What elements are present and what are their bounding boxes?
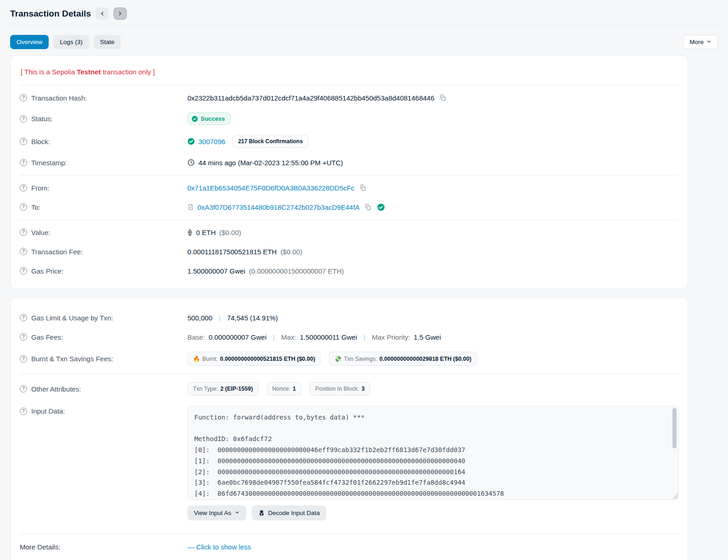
burnt-fees-label: Burnt & Txn Savings Fees: (31, 355, 113, 363)
gas-limit-row: Gas Limit & Usage by Txn: 500,000 | 74,5… (20, 308, 678, 327)
burnt-label: Burnt: (203, 356, 218, 362)
help-icon[interactable] (20, 267, 27, 274)
gas-limit-label: Gas Limit & Usage by Txn: (31, 314, 113, 322)
details-card: Gas Limit & Usage by Txn: 500,000 | 74,5… (10, 297, 688, 560)
to-label: To: (31, 203, 40, 211)
verified-check-icon (377, 203, 385, 211)
position-in-block-value: 3 (361, 386, 365, 392)
page-title: Transaction Details (10, 9, 91, 19)
divider (20, 175, 678, 175)
from-address-link[interactable]: 0x71a1Eb6534054E75F0D6fD0A3B0A336228DD5c… (187, 184, 355, 192)
nonce-label: Nonce: (272, 386, 291, 392)
status-label: Status: (31, 115, 53, 123)
separator: | (361, 333, 368, 341)
copy-icon[interactable] (364, 203, 372, 211)
help-icon[interactable] (20, 159, 27, 166)
help-icon[interactable] (20, 248, 27, 255)
copy-icon[interactable] (439, 94, 446, 101)
txn-type-badge: Txn Type: 2 (EIP-1559) (187, 382, 259, 396)
divider (20, 85, 678, 85)
chevron-right-icon (117, 11, 123, 17)
help-icon[interactable] (20, 184, 27, 191)
timestamp-label: Timestamp: (31, 159, 67, 167)
burnt-badge: 🔥 Burnt: 0.000000000000521815 ETH ($0.00… (187, 352, 321, 366)
input-data-label: Input Data: (31, 407, 65, 415)
gas-price-row: Gas Price: 1.500000007 Gwei (0.000000001… (20, 261, 678, 280)
testnet-warning-bold: Testnet (77, 68, 101, 76)
block-number-link[interactable]: 3007096 (198, 138, 225, 146)
help-icon[interactable] (20, 94, 27, 101)
other-attributes-row: Other Attributes: Txn Type: 2 (EIP-1559)… (20, 377, 678, 401)
txn-savings-value: 0.00000000000029818 ETH ($0.00) (379, 356, 471, 362)
help-icon[interactable] (20, 115, 27, 123)
position-in-block-label: Position In Block: (315, 386, 359, 392)
help-icon[interactable] (20, 408, 27, 415)
chevron-down-icon (706, 39, 711, 45)
tab-list: Overview Logs (3) State (10, 35, 121, 49)
tabs-row: Overview Logs (3) State More (0, 26, 728, 56)
max-priority-fee-value: 1.5 Gwei (414, 333, 441, 341)
testnet-warning: [ This is a Sepolia Testnet transaction … (20, 64, 678, 82)
divider (20, 374, 678, 374)
txn-savings-label: Txn Savings: (344, 356, 377, 362)
help-icon[interactable] (20, 385, 27, 392)
from-row: From: 0x71a1Eb6534054E75F0D6fD0A3B0A3362… (20, 178, 678, 197)
help-icon[interactable] (20, 333, 27, 341)
value-usd: ($0.00) (220, 229, 242, 236)
clock-icon (187, 159, 195, 166)
max-fee-label: Max: (281, 333, 296, 341)
copy-icon[interactable] (359, 184, 367, 191)
input-data-row: Input Data: Function: forward(address to… (20, 401, 678, 526)
check-circle-icon (192, 116, 198, 122)
chevron-left-icon (99, 11, 105, 17)
previous-transaction-button[interactable] (96, 7, 109, 20)
resize-handle-icon[interactable] (672, 493, 678, 499)
gas-price-label: Gas Price: (31, 267, 63, 275)
view-input-as-button[interactable]: View Input As (187, 505, 246, 521)
money-wings-icon: 💸 (334, 355, 342, 362)
max-priority-fee-label: Max Priority: (372, 333, 410, 341)
gas-limit-value: 500,000 (187, 314, 212, 322)
to-address-link[interactable]: 0xA3f07D6773514480b918C2742b027b3acD9E44… (198, 203, 360, 211)
check-circle-icon (187, 138, 195, 145)
tab-state[interactable]: State (94, 35, 121, 49)
transaction-fee-label: Transaction Fee: (31, 248, 83, 256)
base-fee-label: Base: (187, 333, 205, 341)
scrollbar-thumb[interactable] (672, 408, 677, 448)
txn-savings-badge: 💸 Txn Savings: 0.00000000000029818 ETH (… (329, 352, 477, 366)
help-icon[interactable] (20, 138, 27, 145)
tab-overview[interactable]: Overview (10, 35, 49, 49)
next-transaction-button[interactable] (113, 7, 127, 20)
help-icon[interactable] (20, 229, 27, 236)
eth-diamond-icon (187, 229, 192, 236)
help-icon[interactable] (20, 203, 27, 211)
view-input-as-label: View Input As (194, 510, 231, 516)
transaction-hash-value: 0x2322b311adcb5da737d012cdcf71a4a29f4068… (187, 94, 435, 102)
txn-type-value: 2 (EIP-1559) (220, 386, 253, 392)
status-value: Success (201, 115, 225, 122)
separator: | (270, 333, 277, 341)
input-data-text: Function: forward(address to,bytes data)… (194, 412, 666, 500)
status-badge: Success (187, 112, 231, 125)
input-data-scrollbar[interactable] (672, 407, 677, 499)
input-data-textarea[interactable]: Function: forward(address to,bytes data)… (187, 406, 679, 500)
to-row: To: 0xA3f07D6773514480b918C2742b027b3acD… (20, 197, 678, 217)
chevron-down-icon (235, 510, 240, 516)
tab-logs[interactable]: Logs (3) (53, 35, 89, 49)
gas-fees-row: Gas Fees: Base: 0.000000007 Gwei | Max: … (20, 327, 678, 347)
divider (20, 534, 678, 534)
transaction-fee-usd: ($0.00) (281, 248, 303, 256)
help-icon[interactable] (20, 314, 27, 321)
more-dropdown-button[interactable]: More (683, 35, 718, 49)
help-icon[interactable] (20, 355, 27, 363)
gas-price-eth: (0.000000001500000007 ETH) (249, 267, 344, 275)
value-row: Value: 0 ETH ($0.00) (20, 223, 678, 242)
click-to-show-less-link[interactable]: — Click to show less (187, 543, 251, 551)
decode-input-data-button[interactable]: Decode Input Data (252, 505, 327, 521)
status-row: Status: Success (20, 107, 678, 130)
gas-usage-value: 74,545 (14.91%) (227, 314, 278, 322)
page-header: Transaction Details (0, 0, 728, 25)
fire-icon: 🔥 (193, 355, 200, 362)
max-fee-value: 1.500000011 Gwei (300, 333, 357, 341)
timestamp-row: Timestamp: 44 mins ago (Mar-02-2023 12:5… (20, 153, 678, 172)
